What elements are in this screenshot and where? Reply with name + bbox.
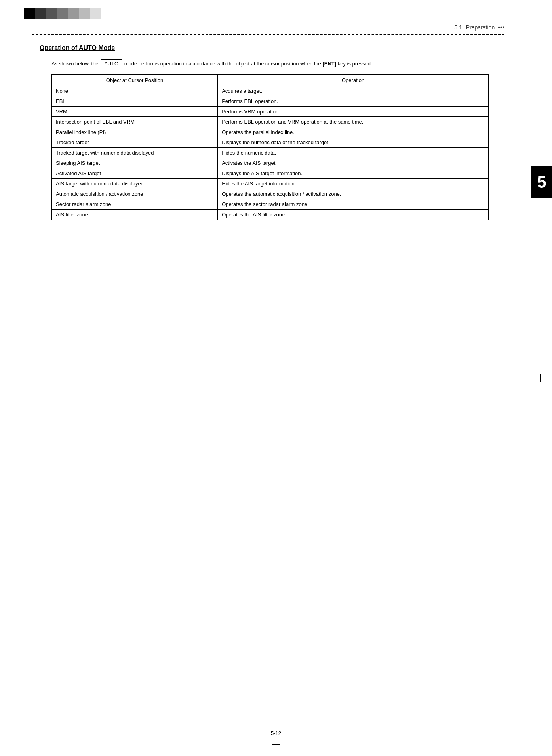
table-row: Intersection point of EBL and VRMPerform…	[52, 116, 489, 127]
table-header-row: Object at Cursor Position Operation	[52, 74, 489, 86]
table-cell-operation: Performs VRM operation.	[218, 106, 489, 116]
table-cell-operation: Hides the AIS target information.	[218, 178, 489, 189]
table-cell-operation: Operates the sector radar alarm zone.	[218, 199, 489, 209]
ent-key: [ENT]	[322, 61, 336, 67]
table-row: VRMPerforms VRM operation.	[52, 106, 489, 116]
col1-header: Object at Cursor Position	[52, 74, 218, 86]
table-cell-operation: Operates the automatic acquisition / act…	[218, 189, 489, 199]
header-title: Preparation	[466, 24, 495, 31]
table-row: Activated AIS targetDisplays the AIS tar…	[52, 168, 489, 178]
table-cell-operation: Displays the AIS target information.	[218, 168, 489, 178]
table-row: AIS target with numeric data displayedHi…	[52, 178, 489, 189]
table-cell-operation: Operates the AIS filter zone.	[218, 209, 489, 220]
intro-text-part1: As shown below, the	[51, 61, 99, 67]
table-row: Tracked target with numeric data display…	[52, 147, 489, 158]
col2-header: Operation	[218, 74, 489, 86]
table-cell-object: None	[52, 86, 218, 96]
table-row: AIS filter zoneOperates the AIS filter z…	[52, 209, 489, 220]
intro-paragraph: As shown below, the AUTO mode performs o…	[51, 59, 489, 68]
table-cell-object: Sleeping AIS target	[52, 158, 218, 168]
table-cell-object: Activated AIS target	[52, 168, 218, 178]
section-heading: Operation of AUTO Mode	[40, 44, 489, 52]
table-cell-object: AIS filter zone	[52, 209, 218, 220]
table-row: Sector radar alarm zoneOperates the sect…	[52, 199, 489, 209]
dashed-separator	[32, 34, 504, 35]
table-cell-object: EBL	[52, 96, 218, 106]
table-cell-operation: Operates the parallel index line.	[218, 127, 489, 137]
table-cell-operation: Hides the numeric data.	[218, 147, 489, 158]
table-cell-object: Automatic acquisition / activation zone	[52, 189, 218, 199]
header-section-number: 5.1	[454, 24, 462, 31]
table-row: EBLPerforms EBL operation.	[52, 96, 489, 106]
page-number: 5-12	[271, 730, 281, 736]
table-cell-operation: Acquires a target.	[218, 86, 489, 96]
table-cell-object: Sector radar alarm zone	[52, 199, 218, 209]
table-cell-object: VRM	[52, 106, 218, 116]
page-header: 5.1 Preparation •••	[32, 24, 520, 31]
table-cell-object: Tracked target with numeric data display…	[52, 147, 218, 158]
table-row: NoneAcquires a target.	[52, 86, 489, 96]
table-row: Parallel index line (PI)Operates the par…	[52, 127, 489, 137]
table-cell-operation: Performs EBL operation and VRM operation…	[218, 116, 489, 127]
dots-decoration: •••	[498, 24, 504, 31]
main-content: Operation of AUTO Mode As shown below, t…	[32, 44, 520, 220]
table-cell-operation: Performs EBL operation.	[218, 96, 489, 106]
table-cell-object: AIS target with numeric data displayed	[52, 178, 218, 189]
table-row: Sleeping AIS targetActivates the AIS tar…	[52, 158, 489, 168]
table-cell-object: Tracked target	[52, 137, 218, 147]
table-cell-object: Parallel index line (PI)	[52, 127, 218, 137]
intro-text-part2: mode performs operation in accordance wi…	[124, 61, 321, 67]
table-cell-operation: Activates the AIS target.	[218, 158, 489, 168]
table-cell-object: Intersection point of EBL and VRM	[52, 116, 218, 127]
table-cell-operation: Displays the numeric data of the tracked…	[218, 137, 489, 147]
auto-badge: AUTO	[101, 59, 122, 68]
intro-text-part3: key is pressed.	[338, 61, 372, 67]
table-row: Automatic acquisition / activation zoneO…	[52, 189, 489, 199]
operation-table: Object at Cursor Position Operation None…	[51, 74, 489, 220]
table-row: Tracked targetDisplays the numeric data …	[52, 137, 489, 147]
